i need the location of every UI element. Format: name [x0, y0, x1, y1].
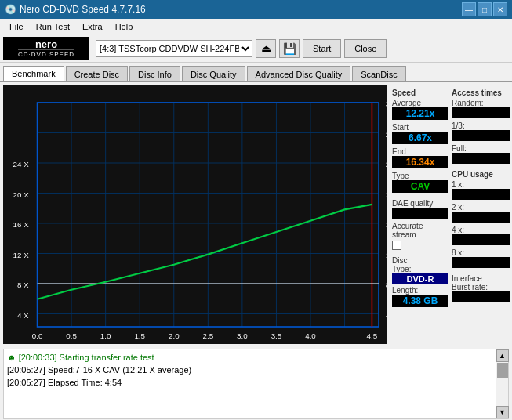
svg-text:4.5: 4.5: [367, 331, 378, 340]
svg-text:12 X: 12 X: [13, 251, 30, 259]
start-button[interactable]: Start: [303, 39, 341, 58]
menu-help[interactable]: Help: [109, 20, 140, 33]
start-label: Start: [392, 123, 448, 132]
app-icon: 💿: [5, 4, 16, 15]
toolbar: nero CD·DVD SPEED [4:3] TSSTcorp CDDVDW …: [0, 34, 512, 63]
four-x-label: 4 x:: [452, 226, 510, 234]
full-value: [452, 153, 510, 164]
svg-text:8 X: 8 X: [17, 281, 29, 289]
dae-group: DAE quality: [392, 199, 448, 219]
tab-disc-quality[interactable]: Disc Quality: [182, 66, 245, 81]
cpu-section-title: CPU usage: [452, 170, 510, 179]
tab-bar: Benchmark Create Disc Disc Info Disc Qua…: [0, 63, 512, 82]
random-group: Random:: [452, 99, 510, 118]
svg-text:28: 28: [386, 130, 387, 139]
svg-text:2.0: 2.0: [169, 331, 180, 340]
burst-value: [452, 291, 510, 302]
disc-label: Disc: [392, 256, 448, 265]
maximize-button[interactable]: □: [478, 2, 492, 16]
stats-panel: Speed Average 12.21x Start 6.67x End 16.…: [392, 85, 448, 344]
svg-text:1.5: 1.5: [134, 331, 145, 340]
disc-type-label: Type:: [392, 265, 448, 273]
menu-extra[interactable]: Extra: [76, 20, 109, 33]
log-line-0: ☻ [20:00:33] Starting transfer rate test: [7, 351, 492, 364]
length-label: Length:: [392, 286, 448, 295]
one-x-label: 1 x:: [452, 180, 510, 189]
interface-group: Interface Burst rate:: [452, 274, 510, 302]
drive-select[interactable]: [4:3] TSSTcorp CDDVDW SH-224FB SB00: [96, 40, 252, 57]
svg-text:4 X: 4 X: [17, 311, 29, 320]
svg-text:2.5: 2.5: [203, 331, 214, 340]
avg-label: Average: [392, 99, 448, 107]
menu-file[interactable]: File: [3, 20, 30, 33]
scroll-track: [496, 362, 508, 406]
svg-text:32: 32: [386, 100, 387, 108]
tab-create-disc[interactable]: Create Disc: [66, 66, 128, 81]
two-x-group: 2 x:: [452, 203, 510, 223]
tab-scan-disc[interactable]: ScanDisc: [352, 66, 405, 81]
end-group: End 16.34x: [392, 147, 448, 168]
log-content: ☻ [20:00:33] Starting transfer rate test…: [4, 349, 496, 418]
title-bar: 💿 Nero CD-DVD Speed 4.7.7.16 — □ ✕: [0, 0, 512, 19]
one-third-label: 1/3:: [452, 121, 510, 130]
chart-svg: 4 X 8 X 12 X 16 X 20 X 24 X 4 8 12 16 20…: [3, 85, 387, 344]
two-x-value: [452, 212, 510, 223]
accurate-group: Accurate stream: [392, 222, 448, 250]
save-button[interactable]: 💾: [279, 39, 300, 58]
eject-button[interactable]: ⏏: [256, 39, 276, 58]
window-close-button[interactable]: ✕: [493, 2, 507, 16]
minimize-button[interactable]: —: [462, 2, 476, 16]
accurate-label: Accurate: [392, 222, 448, 230]
scroll-up-button[interactable]: ▲: [496, 349, 509, 362]
title-bar-controls: — □ ✕: [462, 2, 507, 16]
svg-text:24: 24: [386, 160, 387, 168]
full-group: Full:: [452, 144, 510, 164]
start-group: Start 6.67x: [392, 123, 448, 144]
menu-run-test[interactable]: Run Test: [30, 20, 76, 33]
svg-text:4: 4: [386, 311, 387, 320]
log-line-1: [20:05:27] Speed:7-16 X CAV (12.21 X ave…: [7, 364, 492, 376]
disc-type-value: DVD-R: [392, 273, 448, 284]
main-content: 4 X 8 X 12 X 16 X 20 X 24 X 4 8 12 16 20…: [0, 82, 512, 420]
access-panel: Access times Random: 1/3: Full: CPU usag…: [452, 85, 510, 344]
menu-bar: File Run Test Extra Help: [0, 19, 512, 34]
two-x-label: 2 x:: [452, 203, 510, 212]
svg-text:12: 12: [386, 251, 387, 259]
log-area: ☻ [20:00:33] Starting transfer rate test…: [3, 349, 509, 419]
svg-text:0.0: 0.0: [32, 331, 43, 340]
eight-x-label: 8 x:: [452, 248, 510, 257]
svg-text:16: 16: [386, 220, 387, 229]
tab-disc-info[interactable]: Disc Info: [129, 66, 180, 81]
svg-text:20: 20: [386, 190, 387, 199]
content-area: 4 X 8 X 12 X 16 X 20 X 24 X 4 8 12 16 20…: [0, 82, 512, 347]
accurate-stream-row: [392, 241, 448, 250]
svg-text:3.5: 3.5: [271, 331, 282, 340]
log-scrollbar: ▲ ▼: [496, 349, 508, 418]
four-x-group: 4 x:: [452, 226, 510, 245]
avg-group: Average 12.21x: [392, 99, 448, 120]
length-value: 4.38 GB: [392, 295, 448, 307]
tab-benchmark[interactable]: Benchmark: [3, 66, 64, 81]
dae-label: DAE quality: [392, 199, 448, 208]
tab-advanced-disc-quality[interactable]: Advanced Disc Quality: [247, 66, 351, 81]
eight-x-group: 8 x:: [452, 248, 510, 268]
four-x-value: [452, 234, 510, 245]
type-value: CAV: [392, 180, 448, 193]
svg-text:20 X: 20 X: [13, 190, 30, 199]
end-label: End: [392, 147, 448, 156]
scroll-down-button[interactable]: ▼: [496, 406, 509, 418]
svg-text:1.0: 1.0: [100, 331, 111, 340]
stream-label: stream: [392, 230, 448, 239]
one-x-group: 1 x:: [452, 180, 510, 200]
accurate-stream-checkbox[interactable]: [392, 241, 401, 250]
svg-text:16 X: 16 X: [13, 220, 30, 229]
end-value: 16.34x: [392, 156, 448, 168]
scroll-thumb[interactable]: [497, 363, 508, 378]
dae-value: [392, 208, 448, 219]
avg-value: 12.21x: [392, 107, 448, 120]
burst-label: Burst rate:: [452, 283, 510, 291]
svg-text:24 X: 24 X: [13, 160, 30, 168]
app-title: Nero CD-DVD Speed 4.7.7.16: [20, 4, 146, 15]
close-button[interactable]: Close: [344, 39, 387, 58]
eight-x-value: [452, 257, 510, 268]
